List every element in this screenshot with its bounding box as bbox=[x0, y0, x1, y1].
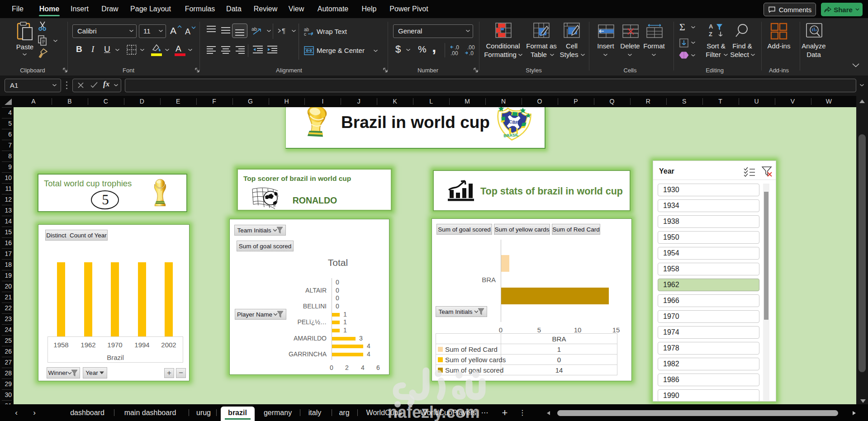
svg-text:ab: ab bbox=[251, 26, 257, 32]
svg-text:.00: .00 bbox=[467, 44, 475, 51]
svg-text:c: c bbox=[304, 32, 306, 36]
svg-text:.0: .0 bbox=[455, 44, 459, 51]
svg-text:Z: Z bbox=[709, 31, 712, 38]
svg-text:A: A bbox=[709, 23, 713, 30]
svg-text:¶: ¶ bbox=[282, 27, 285, 34]
svg-text:.00: .00 bbox=[451, 50, 458, 56]
svg-text:CBF: CBF bbox=[509, 119, 519, 125]
svg-text:.0: .0 bbox=[469, 50, 474, 56]
